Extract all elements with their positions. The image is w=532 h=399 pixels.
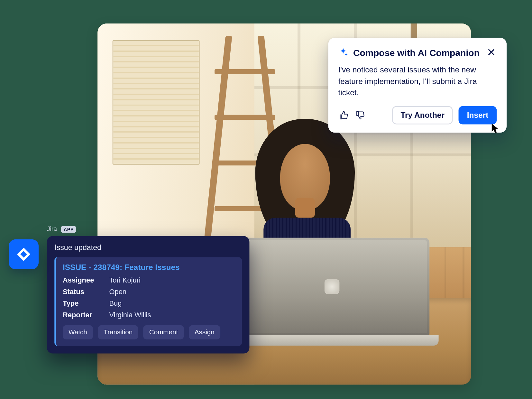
transition-button[interactable]: Transition	[98, 325, 138, 339]
comment-button[interactable]: Comment	[143, 325, 184, 339]
jira-logo-icon	[9, 239, 39, 269]
jira-issue-title[interactable]: ISSUE - 238749: Feature Issues	[63, 263, 235, 272]
watch-button[interactable]: Watch	[63, 325, 93, 339]
ai-popup-body: I've noticed several issues with the new…	[338, 64, 497, 98]
jira-field-reporter: Reporter Virginia Willis	[63, 311, 235, 320]
close-icon[interactable]	[486, 47, 497, 59]
jira-field-type: Type Bug	[63, 300, 235, 308]
thumbs-down-icon[interactable]	[355, 110, 366, 121]
jira-app-label: Jira APP	[47, 225, 76, 232]
ai-popup-title: Compose with AI Companion	[353, 48, 481, 59]
ai-companion-popup: Compose with AI Companion I've noticed s…	[328, 38, 507, 133]
jira-field-status: Status Open	[63, 288, 235, 296]
jira-panel: Jira APP Issue updated ISSUE - 238749: F…	[9, 236, 249, 354]
insert-button[interactable]: Insert	[459, 106, 497, 124]
jira-issue-card: ISSUE - 238749: Feature Issues Assignee …	[54, 257, 242, 346]
jira-field-assignee: Assignee Tori Kojuri	[63, 276, 235, 285]
thumbs-up-icon[interactable]	[338, 110, 349, 121]
jira-subtitle: Issue updated	[54, 244, 242, 252]
try-another-button[interactable]: Try Another	[392, 106, 453, 124]
cursor-pointer-icon	[491, 123, 501, 136]
sparkle-icon	[338, 47, 348, 59]
assign-button[interactable]: Assign	[189, 325, 220, 339]
